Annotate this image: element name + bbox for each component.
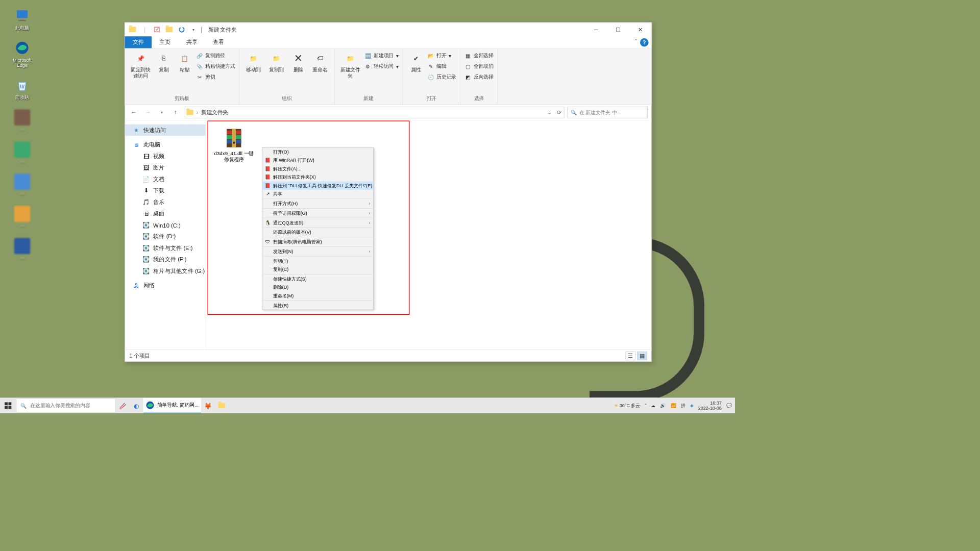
rename-button[interactable]: 🏷重命名 (310, 51, 331, 73)
context-menu-item[interactable]: 剪切(T) (262, 257, 374, 265)
desktop-icon-blurred-2[interactable]: — (8, 142, 37, 165)
nav-up-button[interactable]: ↑ (170, 107, 181, 118)
desktop-icon-blurred-5[interactable]: — (8, 238, 37, 261)
select-all-button[interactable]: ▦全部选择 (464, 51, 494, 60)
tab-home[interactable]: 主页 (152, 36, 179, 48)
sidebar-item[interactable]: ⬇下载 (125, 185, 206, 196)
paste-button[interactable]: 📋粘贴 (176, 51, 194, 73)
context-menu-item[interactable]: 打开(O) (262, 148, 374, 157)
taskbar-explorer[interactable] (215, 398, 229, 413)
ime-icon[interactable]: 拼 (681, 403, 685, 409)
sidebar-this-pc[interactable]: 🖥此电脑 (125, 139, 206, 151)
titlebar[interactable]: | ▾ | 新建文件夹 ─ ☐ ✕ (125, 22, 652, 36)
file-pane[interactable]: d3dx9_41.dll 一键修复程序 打开(O)📕用 WinRAR 打开(W)… (206, 120, 652, 349)
view-icons-button[interactable]: ▦ (637, 352, 647, 360)
address-bar[interactable]: › 新建文件夹 ⌄ ⟳ (184, 107, 565, 118)
undo-icon-qat[interactable] (177, 25, 186, 34)
new-item-button[interactable]: 🆕新建项目 ▾ (364, 51, 399, 60)
desktop-icon-blurred-4[interactable]: — (8, 206, 37, 229)
context-menu-item[interactable]: 发送到(N)› (262, 247, 374, 256)
help-icon[interactable]: ? (640, 38, 649, 47)
desktop-icon-blurred-1[interactable]: — (8, 110, 37, 133)
context-menu-item[interactable]: 删除(D) (262, 283, 374, 292)
sidebar-item[interactable]: 🎵音乐 (125, 196, 206, 208)
properties-icon-qat[interactable] (153, 25, 162, 34)
tab-share[interactable]: 共享 (179, 36, 206, 48)
move-to-button[interactable]: 📁移动到 (243, 51, 264, 73)
context-menu-item[interactable]: 📕解压文件(A)... (262, 165, 374, 173)
select-none-button[interactable]: ▢全部取消 (464, 62, 494, 71)
open-button[interactable]: 📂打开 ▾ (427, 51, 456, 60)
copy-to-button[interactable]: 📁复制到 (266, 51, 287, 73)
edit-button[interactable]: ✎编辑 (427, 62, 456, 71)
context-menu-item[interactable]: 🛡扫描病毒(腾讯电脑管家) (262, 238, 374, 246)
context-menu-item[interactable]: ↗共享 (262, 190, 374, 198)
nav-history-button[interactable]: ▾ (156, 107, 167, 118)
notifications-icon[interactable]: 💬 (726, 403, 732, 409)
sidebar-item[interactable]: 💽我的文件 (F:) (125, 254, 206, 265)
taskbar-edge-task[interactable]: 简单导航, 简约网... (143, 398, 201, 413)
wifi-icon[interactable]: 📶 (671, 403, 676, 409)
history-button[interactable]: 🕘历史记录 (427, 72, 456, 82)
maximize-button[interactable]: ☐ (607, 22, 630, 36)
view-details-button[interactable]: ☰ (626, 352, 636, 360)
start-button[interactable] (0, 398, 16, 413)
delete-button[interactable]: ✕删除 (289, 51, 307, 73)
context-menu-item[interactable]: 创建快捷方式(S) (262, 275, 374, 284)
pin-button[interactable]: 📌固定到快速访问 (129, 51, 153, 79)
folder-icon-qat[interactable] (128, 25, 137, 34)
copy-path-button[interactable]: 🔗复制路径 (196, 51, 235, 60)
context-menu-item[interactable]: 📕用 WinRAR 打开(W) (262, 156, 374, 165)
minimize-button[interactable]: ─ (585, 22, 607, 36)
search-box[interactable]: 🔍 在 新建文件夹 中... (568, 107, 648, 118)
tray-chevron-up-icon[interactable]: ˆ (645, 403, 646, 409)
security-icon[interactable]: ◈ (690, 403, 694, 409)
qat-custom[interactable]: ▾ (189, 25, 199, 34)
weather-widget[interactable]: ☀ 30°C 多云 (614, 403, 640, 409)
context-menu-item[interactable]: 🐧通过QQ发送到› (262, 218, 374, 227)
desktop-icon-recycle[interactable]: 回收站 (8, 78, 37, 101)
sidebar-item[interactable]: 💽相片与其他文件 (G:) (125, 265, 206, 277)
collapse-ribbon-icon[interactable]: ˆ (635, 39, 637, 46)
context-menu-item[interactable]: 打开方式(H)› (262, 199, 374, 208)
cut-button[interactable]: ✂剪切 (196, 72, 235, 82)
sidebar-network[interactable]: 🖧网络 (125, 280, 206, 291)
sidebar-item[interactable]: 🎞视频 (125, 151, 206, 162)
close-button[interactable]: ✕ (629, 22, 652, 36)
context-menu-item[interactable]: 📕解压到 "DLL修复工具-快速修复DLL丢失文件\"(E) (262, 182, 374, 190)
context-menu-item[interactable]: 属性(R) (262, 301, 374, 310)
tab-view[interactable]: 查看 (205, 36, 232, 48)
nav-forward-button[interactable]: → (142, 107, 153, 118)
desktop-icon-this-pc[interactable]: 此电脑 (8, 8, 37, 31)
easy-access-button[interactable]: ⚙轻松访问 ▾ (364, 62, 399, 71)
taskbar-app-2[interactable]: ◐ (130, 398, 143, 413)
sidebar-item[interactable]: 💽软件 (D:) (125, 231, 206, 242)
breadcrumb-item[interactable]: 新建文件夹 (201, 109, 228, 116)
context-menu-item[interactable]: 📕解压到当前文件夹(X) (262, 173, 374, 182)
properties-button[interactable]: ✔属性 (407, 51, 425, 73)
context-menu-item[interactable]: 复制(C) (262, 265, 374, 274)
newfolder-icon-qat[interactable] (165, 25, 174, 34)
onedrive-icon[interactable]: ☁ (651, 403, 655, 409)
volume-icon[interactable]: 🔊 (660, 403, 666, 409)
tab-file[interactable]: 文件 (125, 36, 152, 48)
addr-refresh-icon[interactable]: ⟳ (557, 109, 561, 115)
sidebar-item[interactable]: 💽Win10 (C:) (125, 219, 206, 231)
new-folder-button[interactable]: 📁新建文件夹 (338, 51, 362, 79)
clock[interactable]: 16:37 2022-10-06 (698, 400, 722, 411)
sidebar-item[interactable]: 💽软件与文件 (E:) (125, 242, 206, 254)
context-menu-item[interactable]: 重命名(M) (262, 292, 374, 300)
taskbar-search[interactable]: 🔍 在这里输入你要搜索的内容 (16, 398, 116, 413)
copy-button[interactable]: ⎘复制 (155, 51, 173, 73)
addr-dropdown-icon[interactable]: ⌄ (547, 109, 552, 115)
sidebar-item[interactable]: 📄文档 (125, 173, 206, 185)
taskbar-app-1[interactable]: 🥢 (116, 398, 130, 413)
context-menu-item[interactable]: 授予访问权限(G)› (262, 209, 374, 218)
nav-back-button[interactable]: ← (129, 107, 139, 118)
paste-shortcut-button[interactable]: 📎粘贴快捷方式 (196, 62, 235, 71)
context-menu-item[interactable]: 还原以前的版本(V) (262, 228, 374, 237)
sidebar-quick-access[interactable]: ★快速访问 (125, 124, 206, 136)
sidebar-item[interactable]: 🖥桌面 (125, 208, 206, 219)
file-item[interactable]: d3dx9_41.dll 一键修复程序 (213, 128, 255, 163)
sidebar-item[interactable]: 🖼图片 (125, 162, 206, 173)
